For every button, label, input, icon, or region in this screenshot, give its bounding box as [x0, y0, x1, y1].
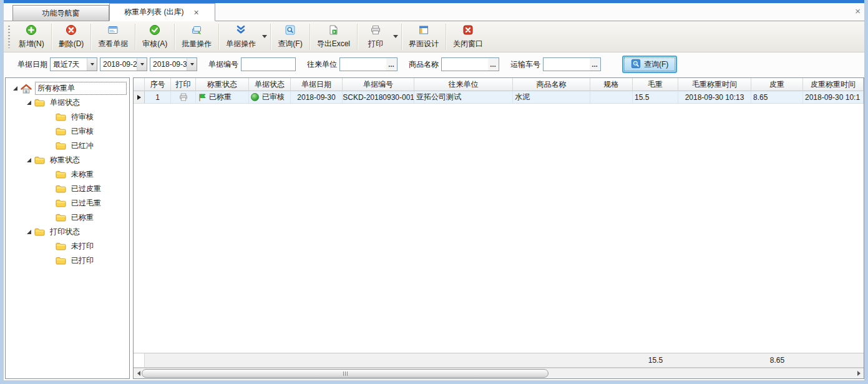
product-ellipsis-button[interactable]: …	[488, 58, 499, 71]
batch-icon	[191, 24, 202, 37]
truck-ellipsis-button[interactable]: …	[590, 58, 600, 71]
printer-icon	[370, 24, 381, 37]
column-header-spec[interactable]: 规格	[590, 78, 633, 91]
cell-product: 水泥	[513, 91, 590, 103]
date-preset-combo[interactable]: 最近7天	[50, 57, 97, 71]
tree-item-pending-audit[interactable]: 待审核	[6, 110, 129, 124]
column-header-product[interactable]: 商品名称	[513, 78, 590, 91]
search-button[interactable]: 查询(F)	[622, 56, 677, 73]
print-button[interactable]: 打印	[359, 22, 392, 51]
column-header-bill-status[interactable]: 单据状态	[249, 78, 291, 91]
tree-item-weighed[interactable]: 已称重	[6, 210, 129, 225]
export-excel-button[interactable]: 导出Excel	[312, 22, 355, 51]
date-from-combo[interactable]: 2018-09-23	[100, 57, 147, 71]
add-button[interactable]: 新增(N)	[14, 22, 49, 51]
tree-item-gross-done[interactable]: 已过毛重	[6, 196, 129, 210]
column-header-bill-no[interactable]: 单据编号	[343, 78, 414, 91]
column-header-weigh-status[interactable]: 称重状态	[196, 78, 249, 91]
tree-item-label[interactable]: 已审核	[69, 126, 95, 137]
truck-field: …	[543, 57, 601, 71]
tree-item-audited[interactable]: 已审核	[6, 124, 129, 139]
column-header-tare-time[interactable]: 皮重称重时间	[803, 78, 864, 91]
printer-icon[interactable]	[178, 92, 188, 102]
bill-ops-label: 单据操作	[226, 39, 256, 49]
tree-item-label[interactable]: 已红冲	[69, 140, 95, 152]
tree-group-label[interactable]: 单据状态	[48, 97, 82, 109]
column-header-gross-time[interactable]: 毛重称重时间	[678, 78, 751, 91]
folder-icon	[56, 199, 66, 207]
column-header-seq[interactable]: 序号	[145, 78, 171, 91]
scrollbar-thumb[interactable]	[142, 369, 549, 378]
expand-icon[interactable]	[27, 158, 31, 162]
tree-item-label[interactable]: 未打印	[69, 240, 95, 252]
query-button[interactable]: 查询(F)	[273, 22, 307, 51]
toolbar-grip[interactable]	[8, 26, 10, 48]
delete-button[interactable]: 删除(D)	[54, 22, 89, 51]
add-icon	[26, 24, 37, 37]
folder-icon	[34, 99, 45, 107]
tree-item-label[interactable]: 已称重	[69, 212, 95, 224]
bill-no-input[interactable]	[241, 57, 296, 71]
horizontal-scrollbar[interactable]	[134, 368, 864, 378]
date-to-combo[interactable]: 2018-09-30	[150, 57, 197, 71]
cell-print[interactable]	[171, 91, 196, 103]
ui-design-button[interactable]: 界面设计	[404, 22, 444, 51]
tree-item-label[interactable]: 待审核	[69, 111, 95, 123]
tree-group-bill-status[interactable]: 单据状态	[6, 96, 129, 110]
batch-ops-button[interactable]: 批量操作	[177, 22, 217, 51]
date-from-value: 2018-09-23	[100, 60, 137, 69]
tree-item-not-printed[interactable]: 未打印	[6, 239, 129, 254]
tree-item-label[interactable]: 已打印	[69, 255, 95, 267]
partner-input[interactable]	[340, 58, 386, 71]
tree-item-printed[interactable]: 已打印	[6, 254, 129, 268]
expand-icon[interactable]	[27, 101, 31, 105]
tree-group-weigh-status[interactable]: 称重状态	[6, 153, 129, 167]
folder-icon	[56, 242, 66, 250]
bill-ops-button[interactable]: 单据操作	[221, 22, 261, 51]
tree-item-red-flushed[interactable]: 已红冲	[6, 139, 129, 153]
table-row[interactable]: 1 已称重 已审核 2018-09-30 XSCKD-20180930-0019…	[134, 91, 864, 104]
chevron-down-icon[interactable]	[187, 58, 197, 71]
tree-item-label[interactable]: 未称重	[69, 169, 95, 180]
data-grid: 序号 打印 称重状态 单据状态 单据日期 单据编号 往来单位 商品名称 规格 毛…	[133, 77, 864, 379]
folder-icon	[56, 214, 66, 222]
print-dropdown-arrow[interactable]	[392, 22, 399, 51]
tree-item-tare-done[interactable]: 已过皮重	[6, 182, 129, 196]
batch-ops-label: 批量操作	[182, 39, 212, 49]
partner-ellipsis-button[interactable]: …	[386, 58, 397, 71]
chevron-down-icon[interactable]	[137, 58, 147, 71]
audit-button[interactable]: 审核(A)	[137, 22, 172, 51]
tab-close-icon[interactable]: ×	[193, 8, 200, 17]
tree-item-not-weighed[interactable]: 未称重	[6, 167, 129, 182]
date-filter-label: 单据日期	[17, 59, 47, 70]
folder-icon	[56, 257, 66, 265]
expand-icon[interactable]	[13, 86, 17, 91]
cell-gross-time: 2018-09-30 10:13	[678, 91, 751, 103]
ui-design-icon	[418, 24, 429, 37]
expand-icon[interactable]	[27, 230, 31, 234]
bill-ops-dropdown-arrow[interactable]	[261, 22, 268, 51]
column-header-print[interactable]: 打印	[171, 78, 196, 91]
tabstrip-close-icon[interactable]: ×	[855, 6, 861, 16]
chevron-down-icon[interactable]	[87, 58, 97, 71]
column-header-tare[interactable]: 皮重	[751, 78, 803, 91]
column-header-partner[interactable]: 往来单位	[414, 78, 513, 91]
folder-icon	[56, 142, 66, 150]
tree-item-label[interactable]: 已过毛重	[69, 197, 103, 209]
tree-item-label[interactable]: 已过皮重	[69, 183, 103, 195]
tree-group-label[interactable]: 打印状态	[48, 226, 82, 238]
column-header-date[interactable]: 单据日期	[291, 78, 343, 91]
tab-weigh-list[interactable]: 称重单列表 (出库) ×	[109, 3, 215, 21]
column-header-gross[interactable]: 毛重	[633, 78, 678, 91]
scroll-right-arrow[interactable]	[854, 368, 864, 378]
tab-nav-window[interactable]: 功能导航窗	[12, 5, 109, 21]
truck-input[interactable]	[544, 58, 590, 71]
tree-root-all-weigh-bills[interactable]: 所有称重单	[6, 81, 129, 96]
product-input[interactable]	[442, 58, 488, 71]
green-sphere-icon	[251, 93, 259, 101]
tree-root-label[interactable]: 所有称重单	[35, 82, 127, 95]
close-window-button[interactable]: 关闭窗口	[448, 22, 488, 51]
view-bill-button[interactable]: 查看单据	[93, 22, 133, 51]
tree-group-label[interactable]: 称重状态	[48, 154, 82, 166]
tree-group-print-status[interactable]: 打印状态	[6, 225, 129, 239]
